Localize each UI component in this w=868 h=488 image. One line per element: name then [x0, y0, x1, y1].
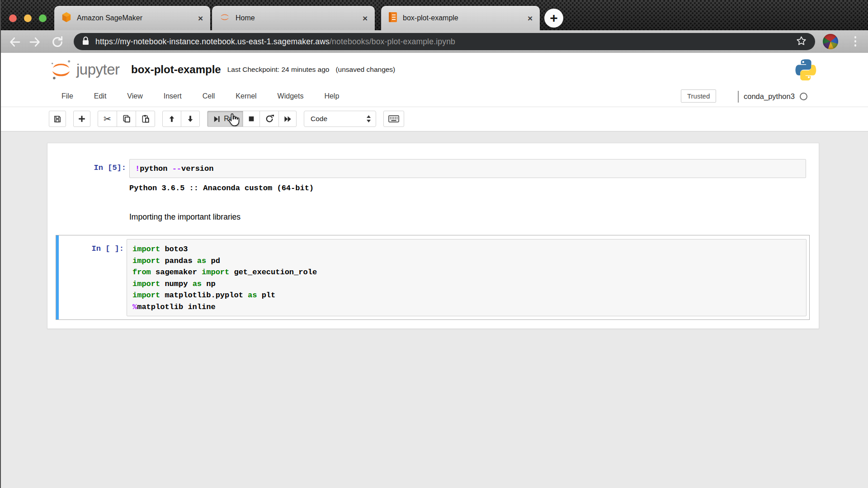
move-cell-down-button[interactable]	[181, 111, 200, 127]
jupyter-menubar: FileEditViewInsertCellKernelWidgetsHelp …	[0, 86, 868, 107]
jupyter-planet-icon	[50, 58, 72, 81]
menu-item-file[interactable]: File	[58, 92, 77, 100]
tab-home[interactable]: Home ×	[212, 6, 375, 30]
browser-profile-avatar[interactable]	[823, 34, 838, 49]
restart-kernel-button[interactable]	[259, 111, 279, 127]
cut-cell-button[interactable]: ✂	[98, 111, 117, 127]
step-forward-icon	[213, 115, 221, 123]
address-bar[interactable]: https://my-notebook-instance.notebook.us…	[74, 33, 815, 50]
dropdown-stepper-icon	[366, 115, 371, 123]
tab-label: Home	[236, 14, 358, 22]
notebook-title[interactable]: box-plot-example	[131, 63, 221, 76]
command-palette-button[interactable]	[383, 111, 404, 127]
traffic-lights	[9, 14, 47, 22]
bookmark-star-icon[interactable]	[796, 35, 807, 48]
tab-box-plot-example[interactable]: box-plot-example ×	[381, 6, 540, 30]
code-cell-input[interactable]: import boto3import pandas as pdfrom sage…	[127, 239, 807, 316]
menu-item-widgets[interactable]: Widgets	[274, 92, 307, 100]
menu-item-edit[interactable]: Edit	[90, 92, 110, 100]
jupyter-wordmark: jupyter	[76, 61, 120, 78]
menu-item-insert[interactable]: Insert	[160, 92, 185, 100]
selected-code-cell[interactable]: In [ ]: import boto3import pandas as pdf…	[56, 235, 810, 320]
notebook-icon	[388, 12, 397, 24]
browser-address-row: https://my-notebook-instance.notebook.us…	[0, 30, 868, 53]
paste-cell-button[interactable]	[136, 111, 155, 127]
menu-item-kernel[interactable]: Kernel	[232, 92, 260, 100]
menu-item-cell[interactable]: Cell	[199, 92, 219, 100]
restart-run-all-button[interactable]	[278, 111, 297, 127]
tab-label: Amazon SageMaker	[77, 14, 193, 22]
unsaved-changes-status: (unsaved changes)	[335, 66, 395, 74]
python-logo-icon	[795, 58, 817, 82]
cell-output: Python 3.6.5 :: Anaconda custom (64-bit)	[129, 183, 314, 193]
cell-type-dropdown[interactable]: Code	[304, 111, 376, 127]
move-cell-up-button[interactable]	[162, 111, 181, 127]
kernel-divider	[738, 91, 739, 103]
screen-left-edge	[0, 0, 1, 488]
kernel-idle-icon	[800, 93, 807, 100]
trusted-badge: Trusted	[681, 89, 716, 103]
close-tab-icon[interactable]: ×	[363, 14, 368, 23]
markdown-cell[interactable]: Importing the important libraries	[129, 212, 241, 222]
add-cell-button[interactable]	[73, 111, 90, 127]
checkpoint-status: Last Checkpoint: 24 minutes ago	[227, 66, 330, 74]
minimize-window-button[interactable]	[24, 14, 32, 22]
jupyter-logo[interactable]: jupyter	[50, 58, 120, 81]
new-tab-button[interactable]: +	[544, 9, 563, 28]
jupyter-toolbar: ✂ Run	[0, 107, 868, 131]
notebook-card: In [5]: !python --version Python 3.6.5 :…	[47, 143, 819, 329]
close-tab-icon[interactable]: ×	[528, 14, 533, 23]
copy-cell-button[interactable]	[117, 111, 136, 127]
tab-amazon-sagemaker[interactable]: Amazon SageMaker ×	[54, 6, 210, 30]
close-window-button[interactable]	[9, 14, 17, 22]
menu-item-help[interactable]: Help	[321, 92, 343, 100]
jupyter-header: jupyter box-plot-example Last Checkpoint…	[0, 53, 868, 86]
sagemaker-cube-icon	[61, 12, 71, 24]
save-button[interactable]	[49, 111, 66, 127]
code-cell-input[interactable]: !python --version	[129, 159, 806, 178]
notebook-area: In [5]: !python --version Python 3.6.5 :…	[0, 131, 868, 488]
jupyter-ring-icon	[219, 12, 230, 24]
back-icon[interactable]	[8, 35, 22, 49]
url-text: https://my-notebook-instance.notebook.us…	[95, 37, 455, 47]
forward-icon[interactable]	[28, 35, 42, 49]
tab-label: box-plot-example	[403, 14, 523, 22]
browser-menu-icon[interactable]	[854, 36, 857, 47]
lock-icon	[82, 36, 90, 47]
zoom-window-button[interactable]	[39, 14, 47, 22]
kernel-indicator-group: conda_python3	[738, 86, 807, 107]
reload-icon[interactable]	[51, 35, 64, 49]
input-prompt: In [5]:	[47, 164, 126, 173]
input-prompt: In [ ]:	[56, 244, 124, 253]
close-tab-icon[interactable]: ×	[198, 14, 203, 23]
browser-tab-bar: Amazon SageMaker × Home × box-plot-examp…	[0, 0, 868, 30]
kernel-name: conda_python3	[744, 92, 795, 101]
menu-item-view[interactable]: View	[123, 92, 146, 100]
interrupt-kernel-button[interactable]	[243, 111, 260, 127]
mouse-cursor	[227, 113, 241, 129]
